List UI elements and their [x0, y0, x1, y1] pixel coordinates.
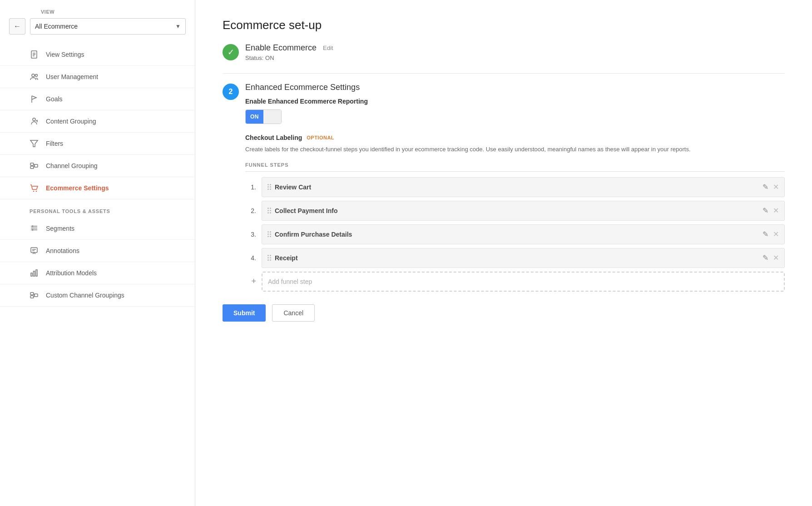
segments-icon — [30, 224, 39, 233]
drag-handle-4[interactable] — [267, 255, 271, 261]
step-3-edit-icon[interactable]: ✎ — [762, 230, 768, 238]
sidebar-nav-item-filters[interactable]: Filters — [0, 133, 195, 155]
sidebar-nav-item-ecommerce-settings[interactable]: Ecommerce Settings — [0, 177, 195, 199]
step-3-delete-icon[interactable]: ✕ — [773, 230, 779, 238]
toggle-on-label: ON — [246, 110, 263, 124]
back-button[interactable]: ← — [9, 18, 25, 35]
checkout-description: Create labels for the checkout-funnel st… — [245, 145, 785, 154]
checkout-labeling-section: Checkout Labeling OPTIONAL Create labels… — [245, 134, 785, 292]
svg-rect-28 — [36, 270, 37, 276]
svg-rect-13 — [35, 164, 38, 167]
page-title: Ecommerce set-up — [223, 18, 785, 32]
enable-ecommerce-title: Enable Ecommerce — [245, 43, 317, 53]
svg-rect-26 — [31, 273, 32, 276]
sidebar-item-label: Attribution Models — [46, 269, 97, 277]
step-1-edit-icon[interactable]: ✎ — [762, 183, 768, 191]
flag-icon — [30, 94, 39, 104]
step-4-input-container: Receipt ✎ ✕ — [262, 248, 785, 268]
filter-icon — [30, 139, 39, 148]
step-2-input-container: Collect Payment Info ✎ ✕ — [262, 201, 785, 221]
sidebar-item-label: View Settings — [46, 51, 84, 58]
person-icon — [30, 117, 39, 126]
optional-badge: OPTIONAL — [307, 135, 334, 140]
sidebar-nav-item-segments[interactable]: Segments — [0, 218, 195, 240]
step-2-label: Collect Payment Info — [275, 207, 759, 214]
step-4-edit-icon[interactable]: ✎ — [762, 253, 768, 262]
toggle-off-area — [263, 110, 281, 124]
drag-handle-2[interactable] — [267, 208, 271, 213]
sidebar-item-label: Goals — [46, 95, 63, 103]
step-2-actions: ✎ ✕ — [762, 206, 779, 215]
sidebar-item-label: Segments — [46, 225, 74, 232]
step-4-actions: ✎ ✕ — [762, 253, 779, 262]
toggle-container: ON — [245, 109, 785, 124]
edit-link[interactable]: Edit — [323, 45, 333, 51]
enhanced-ecommerce-content: Enhanced Ecommerce Settings Enable Enhan… — [245, 83, 785, 292]
view-label: VIEW — [0, 9, 195, 18]
sidebar-nav-item-goals[interactable]: Goals — [0, 88, 195, 110]
sidebar-nav-item-view-settings[interactable]: View Settings — [0, 44, 195, 66]
step-2-number: 2 — [229, 88, 233, 96]
main-content: Ecommerce set-up ✓ Enable Ecommerce Edit… — [195, 0, 812, 506]
enable-ecommerce-content: Enable Ecommerce Edit Status: ON — [245, 43, 785, 64]
sidebar-nav-item-content-grouping[interactable]: Content Grouping — [0, 110, 195, 133]
sidebar-item-label: Custom Channel Groupings — [46, 292, 124, 299]
enhanced-ecommerce-section: 2 Enhanced Ecommerce Settings Enable Enh… — [223, 83, 785, 292]
svg-rect-31 — [35, 294, 38, 297]
funnel-steps-header: FUNNEL STEPS — [245, 162, 785, 172]
annotations-icon — [30, 246, 39, 255]
chevron-down-icon: ▼ — [175, 23, 181, 30]
view-dropdown-text: All Ecommerce — [35, 23, 175, 30]
personal-tools-header: PERSONAL TOOLS & ASSETS — [0, 199, 195, 218]
step-3-number: 3. — [245, 231, 256, 238]
cancel-button[interactable]: Cancel — [272, 304, 315, 322]
svg-point-4 — [32, 74, 35, 77]
step-4-delete-icon[interactable]: ✕ — [773, 253, 779, 262]
step-3-input-container: Confirm Purchase Details ✎ ✕ — [262, 224, 785, 244]
checkmark-icon: ✓ — [228, 47, 234, 57]
add-funnel-step-input[interactable]: Add funnel step — [262, 272, 785, 292]
svg-rect-27 — [34, 271, 35, 276]
step-1-input-container: Review Cart ✎ ✕ — [262, 177, 785, 197]
step-4-number: 4. — [245, 254, 256, 262]
svg-rect-12 — [30, 166, 34, 169]
step-3-actions: ✎ ✕ — [762, 230, 779, 238]
sidebar-nav-item-custom-channel-groupings[interactable]: Custom Channel Groupings — [0, 284, 195, 307]
sidebar-nav-item-annotations[interactable]: Annotations — [0, 240, 195, 262]
status-text: Status: ON — [245, 55, 785, 61]
funnel-step-1: 1. Review Cart ✎ ✕ — [245, 177, 785, 197]
svg-rect-11 — [30, 163, 34, 165]
checkout-title: Checkout Labeling — [245, 134, 302, 141]
svg-rect-30 — [30, 296, 34, 298]
enhanced-title: Enhanced Ecommerce Settings — [245, 83, 785, 92]
step-2-number: 2. — [245, 207, 256, 214]
sidebar-item-label: Ecommerce Settings — [46, 184, 109, 192]
view-dropdown[interactable]: All Ecommerce ▼ — [30, 18, 186, 35]
document-icon — [30, 50, 39, 59]
step-2-edit-icon[interactable]: ✎ — [762, 206, 768, 215]
submit-button[interactable]: Submit — [223, 304, 266, 322]
svg-rect-29 — [30, 293, 34, 295]
drag-handle-3[interactable] — [267, 231, 271, 237]
enable-ecommerce-title-row: Enable Ecommerce Edit — [245, 43, 785, 53]
step-1-actions: ✎ ✕ — [762, 183, 779, 191]
channel-icon2 — [30, 291, 39, 300]
sidebar: VIEW ← All Ecommerce ▼ View Settings — [0, 0, 195, 506]
sidebar-nav-item-channel-grouping[interactable]: Channel Grouping — [0, 155, 195, 177]
svg-point-5 — [35, 74, 38, 77]
step-3-label: Confirm Purchase Details — [275, 231, 759, 238]
step-2-delete-icon[interactable]: ✕ — [773, 206, 779, 215]
sidebar-nav-item-attribution-models[interactable]: Attribution Models — [0, 262, 195, 284]
step-1-label: Review Cart — [275, 184, 759, 191]
funnel-step-3: 3. Confirm Purchase Details ✎ ✕ — [245, 224, 785, 244]
sidebar-nav-item-user-management[interactable]: User Management — [0, 66, 195, 88]
step-1-delete-icon[interactable]: ✕ — [773, 183, 779, 191]
drag-handle-1[interactable] — [267, 184, 271, 190]
add-step-row: + Add funnel step — [245, 272, 785, 292]
step-1-number: 1. — [245, 184, 256, 191]
button-row: Submit Cancel — [223, 304, 785, 322]
sidebar-item-label: Annotations — [46, 247, 79, 254]
users-icon — [30, 72, 39, 81]
enable-reporting-toggle[interactable]: ON — [245, 109, 282, 124]
add-step-plus: + — [245, 277, 256, 286]
